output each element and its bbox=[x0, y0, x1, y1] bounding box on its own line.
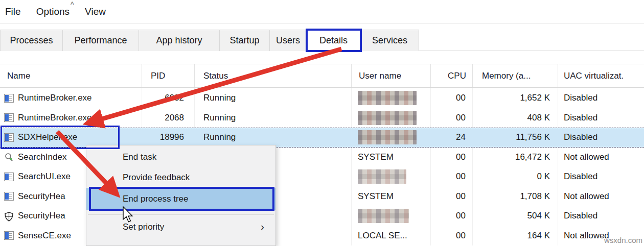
menu-separator bbox=[88, 214, 274, 215]
app-window-icon bbox=[4, 231, 14, 240]
process-name: SecurityHea bbox=[18, 191, 65, 202]
details-table-header: Name PID Status User name CPU Memory (a.… bbox=[0, 64, 644, 88]
column-header-memory[interactable]: Memory (a... bbox=[473, 64, 558, 87]
process-uac: Disabled bbox=[558, 206, 644, 226]
tab-details[interactable]: Details bbox=[307, 30, 361, 52]
process-cpu: 00 bbox=[431, 147, 473, 167]
process-name: SearchUI.exe bbox=[18, 171, 71, 182]
process-cpu: 00 bbox=[431, 226, 473, 246]
menu-item-label: Set priority bbox=[123, 222, 164, 232]
column-header-user-name[interactable]: User name bbox=[352, 64, 431, 87]
table-row-selected[interactable]: SDXHelper.exe 18996 Running 24 11,756 K … bbox=[0, 128, 644, 147]
tab-strip: Processes Performance App history Startu… bbox=[0, 30, 644, 51]
process-cpu: 00 bbox=[431, 206, 473, 226]
column-header-uac[interactable]: UAC virtualizat. bbox=[558, 64, 644, 87]
process-cpu: 00 bbox=[431, 88, 473, 108]
shield-icon bbox=[4, 212, 14, 220]
process-memory: 504 K bbox=[473, 206, 558, 226]
task-manager-window: File Options View Processes Performance … bbox=[0, 0, 644, 246]
process-memory: 1,708 K bbox=[473, 187, 558, 207]
app-window-icon bbox=[4, 133, 14, 142]
process-memory: 164 K bbox=[473, 226, 558, 246]
process-user: LOCAL SE... bbox=[352, 226, 431, 246]
search-icon bbox=[4, 153, 14, 161]
context-menu: End task Provide feedback End process tr… bbox=[86, 145, 276, 246]
tab-startup[interactable]: Startup bbox=[220, 30, 270, 51]
watermark: wsxdn.com bbox=[604, 236, 642, 244]
process-memory: 1,652 K bbox=[473, 88, 558, 108]
process-name: SDXHelper.exe bbox=[18, 132, 77, 142]
menu-bar: File Options View bbox=[0, 0, 644, 24]
process-status: Running bbox=[195, 88, 352, 108]
process-status: Running bbox=[195, 128, 352, 147]
table-row[interactable]: RuntimeBroker.exe 2068 Running 00 408 K … bbox=[0, 108, 644, 128]
tab-processes[interactable]: Processes bbox=[0, 30, 63, 51]
process-name: SearchIndex bbox=[18, 152, 66, 162]
censored-user-name bbox=[358, 169, 406, 184]
menu-file[interactable]: File bbox=[5, 6, 21, 17]
table-row[interactable]: RuntimeBroker.exe 6932 Running 00 1,652 … bbox=[0, 88, 644, 108]
process-uac: Not allowed bbox=[558, 187, 644, 207]
process-uac: Not allowed bbox=[558, 147, 644, 167]
app-window-icon bbox=[4, 113, 14, 122]
censored-user-name bbox=[358, 209, 409, 223]
app-window-icon bbox=[4, 94, 14, 103]
process-memory: 408 K bbox=[473, 108, 558, 128]
tab-services[interactable]: Services bbox=[361, 30, 419, 51]
menu-item-provide-feedback[interactable]: Provide feedback bbox=[86, 167, 275, 188]
process-uac: Disabled bbox=[558, 167, 644, 187]
column-header-status[interactable]: Status bbox=[195, 64, 352, 87]
menu-item-end-task[interactable]: End task bbox=[86, 147, 275, 167]
process-memory: 11,756 K bbox=[473, 128, 558, 147]
process-user: SYSTEM bbox=[352, 147, 431, 167]
process-name: SenseCE.exe bbox=[18, 231, 71, 241]
process-user: SYSTEM bbox=[352, 187, 431, 207]
censored-user-name bbox=[358, 91, 417, 105]
submenu-arrow-icon: › bbox=[261, 220, 264, 233]
column-header-cpu[interactable]: CPU bbox=[431, 64, 473, 87]
tab-users[interactable]: Users bbox=[270, 30, 307, 51]
process-pid: 18996 bbox=[142, 128, 195, 147]
process-cpu: 00 bbox=[431, 187, 473, 207]
process-name: RuntimeBroker.exe bbox=[18, 113, 92, 123]
process-pid: 6932 bbox=[142, 88, 195, 108]
censored-user-name bbox=[358, 130, 417, 144]
process-uac: Disabled bbox=[558, 88, 644, 108]
menu-item-set-priority[interactable]: Set priority › bbox=[86, 217, 275, 237]
process-cpu: 24 bbox=[431, 128, 473, 147]
process-uac: Disabled bbox=[558, 128, 644, 147]
column-header-name[interactable]: Name bbox=[0, 64, 142, 87]
tab-performance[interactable]: Performance bbox=[63, 30, 139, 51]
menu-options[interactable]: Options bbox=[36, 6, 70, 17]
process-pid: 2068 bbox=[142, 108, 195, 128]
tab-app-history[interactable]: App history bbox=[139, 30, 220, 51]
process-memory: 0 K bbox=[473, 167, 558, 187]
process-memory: 16,472 K bbox=[473, 147, 558, 167]
sort-ascending-icon: ^ bbox=[71, 1, 74, 9]
process-cpu: 00 bbox=[431, 167, 473, 187]
app-window-icon bbox=[4, 173, 14, 181]
process-uac: Disabled bbox=[558, 108, 644, 128]
menu-view[interactable]: View bbox=[85, 6, 106, 17]
app-window-icon bbox=[4, 192, 14, 201]
menu-item-end-process-tree[interactable]: End process tree bbox=[86, 188, 275, 210]
process-status: Running bbox=[195, 108, 352, 128]
process-cpu: 00 bbox=[431, 108, 473, 128]
process-name: RuntimeBroker.exe bbox=[18, 93, 92, 103]
process-name: SecurityHea bbox=[18, 211, 65, 221]
column-header-pid[interactable]: PID bbox=[142, 64, 195, 87]
censored-user-name bbox=[358, 111, 417, 125]
